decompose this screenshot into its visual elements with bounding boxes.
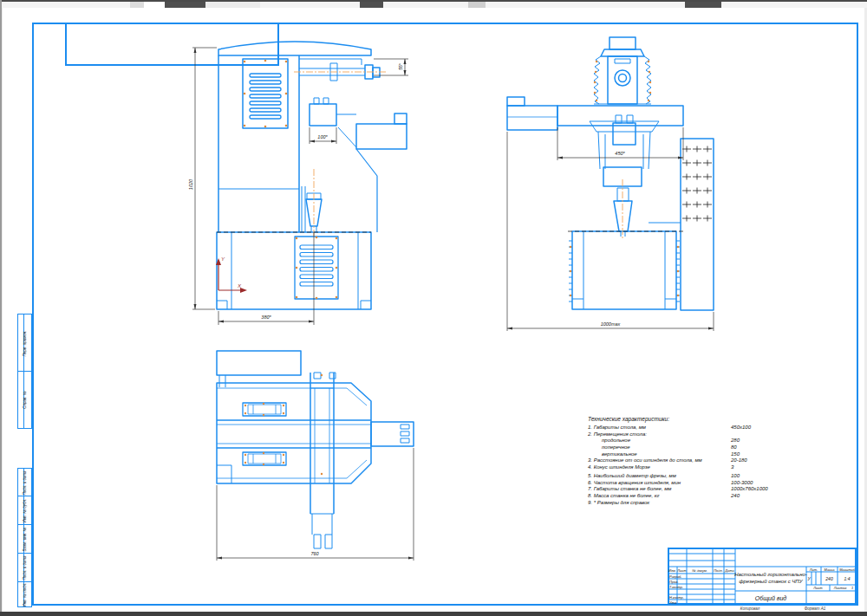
view-name: Общий вид [755,595,787,602]
tech-spec-row: 6. Частота вращения шпинделя, мин100-300… [588,480,831,487]
side-graph-podp-data-2: Подп. и дата [17,553,32,583]
side-graph-inv-dubl: Инв. № дубл. [17,496,32,526]
chrome-segment [468,2,486,8]
side-graph-label: Перв. примен. [23,330,27,356]
tb-row-utv: Утв. [669,600,677,605]
dim-side-table: 450* [615,151,625,156]
dim-top-width: 760 [310,551,319,556]
side-graph-label: Инв. № дубл. [23,499,27,523]
tb-scale-header: Масштаб [839,568,856,572]
dimensions [507,127,714,331]
tb-row-nkontr: Н.контр. [669,595,684,600]
tech-spec-row: 3. Расстояние от оси шпинделя до стола, … [588,457,831,464]
tb-header-list: Лист [676,568,687,573]
front-view-drawing: Y X 1020 55* 100* 380* [186,30,412,338]
dim-front-head: 100* [317,134,328,139]
tech-spec-row: вертикальное150 [588,451,831,458]
chrome-segment [360,2,383,8]
side-graph-label: Справ. № [23,391,27,408]
perforated-panel-crosses [682,146,712,222]
tech-spec-row: 2. Перемещения стола: [588,431,831,438]
tech-spec-row: продольное280 [588,438,831,444]
frame-left [32,23,34,606]
dim-front-arbor: 55* [398,62,403,70]
dim-side-width: 1000max [601,321,621,327]
side-graph-podp-data-1: Подп. и дата [17,468,32,497]
chrome-segment [685,2,721,8]
tb-scale-value: 1:4 [844,576,851,581]
side-graph-perv-primen: Перв. примен. [17,314,32,373]
window-bottom-edge [0,612,867,616]
screw-dots [244,60,338,300]
tb-lit-header: Лит. [809,567,818,572]
tech-specs-title: Технические характеристики: [588,416,831,422]
tb-mass-header: Масса [825,567,836,572]
tb-header-data: Дата [724,568,734,573]
side-view-drawing: 450* 1000max [503,30,737,338]
tb-header-izm: Изм. [668,568,676,573]
tb-row-prov: Пров. [669,580,679,584]
dim-front-width: 380* [261,314,271,320]
tb-sheets-label: Листов [833,586,847,590]
window-left-edge [0,0,2,616]
side-graph-label: Инв. № подл. [23,582,27,606]
chrome-segment [144,2,165,8]
tech-spec-row: 9. * Размеры для справок [588,500,831,507]
title-block: Изм. Лист № докум. Подп. Дата Разраб. Пр… [668,548,857,605]
side-graph-sprav: Справ. № [17,371,32,429]
chrome-segment [205,2,260,8]
side-graph-label: Подп. и дата [23,470,27,495]
tb-sheets-value: 1 [851,586,853,590]
side-graph-label: Подп. и дата [23,555,27,580]
frame-right [857,23,858,606]
cad-viewer-window: Перв. примен. Справ. № Подп. и дата Инв.… [0,0,867,616]
dimension-arrows [194,48,407,323]
tech-spec-row: 5. Наибольший диаметр фрезы, мм100 [588,473,831,480]
top-view-drawing: 760 [208,342,425,572]
doc-title-line1: Настольный горизонтально- [734,572,807,577]
tb-header-podp: Подп. [714,568,723,573]
tech-spec-row: 7. Габариты станка не более, мм1000х760х… [588,486,831,493]
tech-spec-row: 8. Масса станка не более, кг240 [588,493,831,500]
dim-front-height: 1020 [188,178,193,190]
side-graph-label: Взам. инв. № [23,528,27,552]
axis-x-label: X [237,283,242,289]
screw-dots [570,61,679,296]
footer-kopiroval: Копировал [728,606,772,611]
tb-row-razrab: Разраб. [669,574,681,579]
side-graph-inv-podl: Инв. № подл. [17,581,32,607]
side-graph-vzam-inv: Взам. инв. № [17,524,32,554]
technical-characteristics: Технические характеристики: 1. Габариты … [588,416,831,506]
tech-spec-row: 1. Габариты стола, мм450х100 [588,425,831,431]
tb-lit-value: У [807,576,811,581]
tb-sheet-label: Лист [812,586,823,590]
tb-mass-value: 240 [825,576,833,581]
tech-spec-row: поперечное80 [588,444,831,451]
chrome-segment [130,2,144,8]
chrome-segment [165,2,205,8]
tech-spec-row: 4. Конус шпинделя Морзе3 [588,464,831,471]
tb-row-tkontr: Т.контр. [669,585,683,589]
window-chrome-strip [0,2,867,8]
footer-format: Формат А1 [793,606,837,611]
axis-y-label: Y [221,256,225,262]
tb-header-dokum: № докум. [692,568,707,573]
dimension-arrows [507,157,714,330]
doc-title-line2: фрезерный станок с ЧПУ [739,579,803,584]
